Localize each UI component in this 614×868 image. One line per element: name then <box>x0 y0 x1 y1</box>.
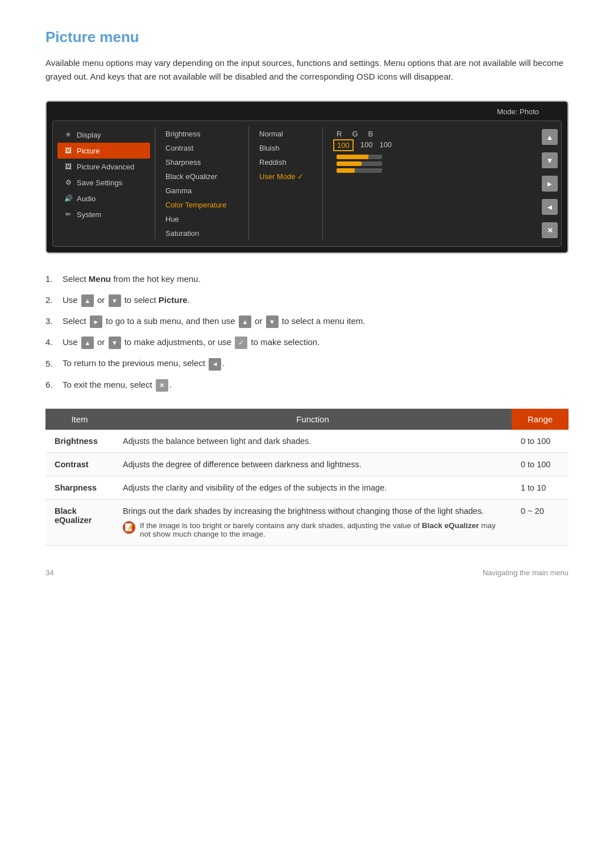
table-row: Brightness Adjusts the balance between l… <box>45 430 569 453</box>
table-header-function: Function <box>114 409 512 430</box>
osd-sub-menu: Brightness Contrast Sharpness Black eQua… <box>155 127 249 240</box>
footer-page-number: 34 <box>45 568 53 577</box>
table-row: BlackeQualizer Brings out the dark shade… <box>45 499 569 545</box>
osd-menu-picture-advanced[interactable]: 🖼 Picture Advanced <box>57 159 150 175</box>
step-5-num: 5. <box>45 358 59 371</box>
table-cell-range: 1 to 10 <box>512 476 569 499</box>
osd-menu-picture[interactable]: 🖼 Picture <box>57 143 150 159</box>
step-6-num: 6. <box>45 379 59 392</box>
instruction-5: 5. To return to the previous menu, selec… <box>45 357 569 370</box>
instruction-6: 6. To exit the menu, select ✕. <box>45 379 569 392</box>
instruction-2: 2. Use ▲ or ▼ to select Picture. <box>45 294 569 307</box>
osd-sub-gamma[interactable]: Gamma <box>160 184 244 198</box>
osd-mode-bar: Mode: Photo <box>52 107 562 116</box>
table-row: Contrast Adjusts the degree of differenc… <box>45 452 569 476</box>
osd-val-reddish[interactable]: Reddish <box>254 155 318 169</box>
osd-sub-black-equalizer[interactable]: Black eQualizer <box>160 169 244 184</box>
rgb-g-value: 100 <box>360 140 373 151</box>
osd-navigation-arrows: ▲ ▼ ► ◄ ✕ <box>538 127 561 240</box>
table-header-range: Range <box>512 409 569 430</box>
osd-screenshot: Mode: Photo ✳ Display 🖼 Picture 🖼 Pictur… <box>45 101 569 254</box>
osd-left-arrow[interactable]: ◄ <box>542 199 558 215</box>
osd-rgb-values: 100 100 100 <box>331 139 530 151</box>
audio-icon: 🔊 <box>63 193 73 203</box>
rgb-r-label: R <box>337 130 342 138</box>
up-arrow-icon-3[interactable]: ▲ <box>81 337 94 349</box>
table-row: Sharpness Adjusts the clarity and visibi… <box>45 476 569 499</box>
osd-sub-contrast[interactable]: Contrast <box>160 141 244 155</box>
picture-advanced-icon: 🖼 <box>63 161 73 172</box>
note-box: 📝 If the image is too bright or barely c… <box>123 521 503 538</box>
instructions-section: 1. Select Menu from the hot key menu. 2.… <box>45 273 569 392</box>
rgb-g-slider <box>337 161 382 166</box>
page-title: Picture menu <box>45 28 569 46</box>
step-3-num: 3. <box>45 315 59 328</box>
table-cell-function: Brings out the dark shades by increasing… <box>114 499 512 545</box>
table-cell-item: Contrast <box>45 452 114 476</box>
table-header-item: Item <box>45 409 114 430</box>
exit-icon[interactable]: ✕ <box>156 379 168 392</box>
system-icon: ✏ <box>63 209 73 219</box>
rgb-b-slider <box>337 168 382 173</box>
rgb-b-label: B <box>368 130 374 138</box>
intro-text: Available menu options may vary dependin… <box>45 56 569 84</box>
instruction-3: 3. Select ► to go to a sub menu, and the… <box>45 315 569 328</box>
osd-val-bluish[interactable]: Bluish <box>254 141 318 155</box>
osd-sub-hue[interactable]: Hue <box>160 212 244 226</box>
osd-sub-saturation[interactable]: Saturation <box>160 226 244 240</box>
table-cell-item: BlackeQualizer <box>45 499 114 545</box>
down-arrow-icon[interactable]: ▼ <box>109 294 121 307</box>
down-arrow-icon-3[interactable]: ▼ <box>109 337 121 349</box>
info-table: Item Function Range Brightness Adjusts t… <box>45 409 569 546</box>
osd-down-arrow[interactable]: ▼ <box>542 152 558 168</box>
check-icon[interactable]: ✓ <box>235 337 247 349</box>
step-2-num: 2. <box>45 294 59 307</box>
rgb-r-value: 100 <box>333 139 354 151</box>
up-arrow-icon-2[interactable]: ▲ <box>239 315 251 328</box>
picture-icon: 🖼 <box>63 146 73 156</box>
save-settings-icon: ⚙ <box>63 177 73 188</box>
osd-sliders <box>331 155 530 173</box>
down-arrow-icon-2[interactable]: ▼ <box>266 315 279 328</box>
osd-sub-sharpness[interactable]: Sharpness <box>160 155 244 169</box>
rgb-b-value: 100 <box>379 140 392 151</box>
table-cell-item: Sharpness <box>45 476 114 499</box>
osd-menu-save-settings[interactable]: ⚙ Save Settings <box>57 175 150 190</box>
instruction-1: 1. Select Menu from the hot key menu. <box>45 273 569 286</box>
osd-menu-audio[interactable]: 🔊 Audio <box>57 190 150 206</box>
table-cell-function: Adjusts the degree of difference between… <box>114 452 512 476</box>
table-cell-range: 0 to 100 <box>512 430 569 453</box>
osd-val-normal[interactable]: Normal <box>254 127 318 141</box>
table-cell-function: Adjusts the balance between light and da… <box>114 430 512 453</box>
up-arrow-icon[interactable]: ▲ <box>81 294 94 307</box>
step-4-num: 4. <box>45 336 59 349</box>
right-arrow-icon[interactable]: ► <box>90 315 102 328</box>
osd-right-arrow[interactable]: ► <box>542 176 558 192</box>
display-icon: ✳ <box>63 130 73 140</box>
osd-sub-brightness[interactable]: Brightness <box>160 127 244 141</box>
note-icon: 📝 <box>123 521 135 534</box>
osd-left-menu: ✳ Display 🖼 Picture 🖼 Picture Advanced ⚙… <box>53 127 155 240</box>
footer-section-label: Navigating the main menu <box>483 568 569 577</box>
table-cell-item: Brightness <box>45 430 114 453</box>
osd-val-user-mode[interactable]: User Mode ✓ <box>254 169 318 184</box>
osd-values-column: Normal Bluish Reddish User Mode ✓ <box>249 127 323 240</box>
rgb-g-label: G <box>352 130 358 138</box>
table-cell-range: 0 to 100 <box>512 452 569 476</box>
rgb-r-slider <box>337 155 382 159</box>
osd-menu-system[interactable]: ✏ System <box>57 206 150 222</box>
page-footer: 34 Navigating the main menu <box>45 568 569 577</box>
osd-exit-btn[interactable]: ✕ <box>542 222 558 238</box>
osd-up-arrow[interactable]: ▲ <box>542 129 558 145</box>
osd-rgb-header: R G B <box>331 130 530 138</box>
instruction-4: 4. Use ▲ or ▼ to make adjustments, or us… <box>45 336 569 349</box>
step-1-num: 1. <box>45 273 59 286</box>
table-cell-function: Adjusts the clarity and visibility of th… <box>114 476 512 499</box>
osd-sub-color-temperature[interactable]: Color Temperature <box>160 198 244 212</box>
osd-rgb-column: R G B 100 100 100 <box>323 127 538 240</box>
left-arrow-icon[interactable]: ◄ <box>209 358 221 371</box>
osd-menu-display[interactable]: ✳ Display <box>57 127 150 143</box>
table-cell-range: 0 ~ 20 <box>512 499 569 545</box>
